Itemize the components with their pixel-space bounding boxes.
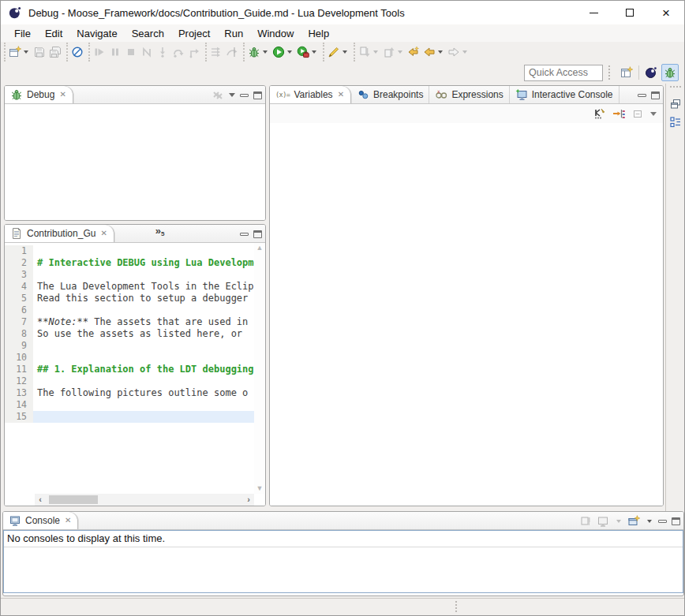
scrollbar-thumb[interactable] <box>49 495 98 504</box>
mark-occurrences-button[interactable] <box>326 44 350 60</box>
display-selected-console-dropdown-icon[interactable] <box>616 520 621 523</box>
menu-window[interactable]: Window <box>250 26 301 41</box>
editor-line-6[interactable]: 6 <box>5 304 254 316</box>
menu-navigate[interactable]: Navigate <box>69 26 124 41</box>
scroll-up-icon[interactable]: ▲ <box>256 245 264 252</box>
step-into-selection-button[interactable] <box>224 44 240 60</box>
tab-close-icon[interactable]: ✕ <box>337 90 345 99</box>
menu-file[interactable]: File <box>7 26 38 41</box>
external-tools-dropdown-icon[interactable] <box>312 50 316 54</box>
editor-line-2[interactable]: 2# Interactive DEBUG using Lua Developme… <box>5 257 254 269</box>
resume-button[interactable] <box>92 44 107 60</box>
editor-line-4[interactable]: 4The Lua Development Tools in the Eclips… <box>5 281 254 293</box>
console-minimize-button[interactable] <box>658 520 667 523</box>
run-button[interactable] <box>271 44 295 60</box>
menu-search[interactable]: Search <box>125 26 171 41</box>
forward-dropdown-icon[interactable] <box>462 50 467 54</box>
tab-debug[interactable]: Debug ✕ <box>5 86 73 103</box>
menu-run[interactable]: Run <box>217 26 250 41</box>
next-annotation-button[interactable] <box>357 44 381 60</box>
editor-minimize-button[interactable] <box>240 233 249 236</box>
editor-line-8[interactable]: 8So use the assets as listed here, or <box>5 328 254 340</box>
step-return-button[interactable] <box>186 44 202 60</box>
variables-minimize-button[interactable] <box>638 94 646 97</box>
trim-drag-handle[interactable] <box>670 86 681 88</box>
outline-view-button[interactable] <box>669 116 682 129</box>
minimize-window-button[interactable] <box>575 1 612 24</box>
tab-expressions[interactable]: xExpressions <box>429 86 509 103</box>
editor-line-9[interactable]: 9 <box>5 340 254 352</box>
scroll-right-icon[interactable]: › <box>243 495 254 504</box>
maximize-window-button[interactable] <box>612 1 648 24</box>
editor-line-15[interactable]: 15 <box>5 411 254 423</box>
previous-annotation-dropdown-icon[interactable] <box>398 50 402 54</box>
editor-line-12[interactable]: 12 <box>5 375 254 387</box>
remove-all-terminated-icon[interactable] <box>211 89 224 102</box>
save-button[interactable] <box>32 44 47 60</box>
tab-editor-contribution-guide[interactable]: Contribution_Gu ✕ <box>5 225 114 242</box>
use-step-filters-button[interactable] <box>208 44 224 60</box>
show-logical-structure-icon[interactable] <box>593 107 606 120</box>
display-selected-console-icon[interactable] <box>597 515 609 528</box>
menu-project[interactable]: Project <box>171 26 217 41</box>
lua-perspective-button[interactable] <box>642 64 660 81</box>
variables-maximize-button[interactable] <box>651 91 660 99</box>
previous-annotation-button[interactable] <box>381 44 406 60</box>
editor-line-14[interactable]: 14 <box>5 399 254 411</box>
debug-dropdown-icon[interactable] <box>263 50 268 54</box>
back-button[interactable] <box>421 44 446 60</box>
scroll-left-icon[interactable]: ‹ <box>35 495 46 504</box>
editor-line-5[interactable]: 5Read this section to setup a debugger <box>5 293 254 304</box>
debug-maximize-button[interactable] <box>253 91 262 99</box>
run-dropdown-icon[interactable] <box>287 50 292 54</box>
open-console-dropdown-icon[interactable] <box>647 520 652 523</box>
tab-console[interactable]: Console ✕ <box>3 512 78 529</box>
next-annotation-dropdown-icon[interactable] <box>373 50 378 54</box>
mark-occurrences-dropdown-icon[interactable] <box>342 50 347 54</box>
pin-console-icon[interactable] <box>579 515 592 528</box>
editor-line-13[interactable]: 13The following pictures outline some o <box>5 387 254 399</box>
back-dropdown-icon[interactable] <box>438 50 443 54</box>
console-maximize-button[interactable] <box>672 517 680 525</box>
scroll-down-icon[interactable]: ▼ <box>256 485 264 492</box>
external-tools-button[interactable] <box>295 44 320 60</box>
editor-line-10[interactable]: 10 <box>5 352 254 364</box>
editor-vertical-scrollbar[interactable]: ▲ ▼ <box>254 243 265 494</box>
editor-content[interactable]: 12# Interactive DEBUG using Lua Developm… <box>5 243 265 506</box>
skip-all-breakpoints-button[interactable] <box>69 44 85 60</box>
debug-perspective-button[interactable] <box>661 64 679 81</box>
last-edit-location-button[interactable] <box>406 44 421 60</box>
tab-breakpoints[interactable]: Breakpoints <box>351 86 429 103</box>
open-perspective-button[interactable] <box>618 64 635 81</box>
editor-line-7[interactable]: 7**Note:** The assets that are used in <box>5 316 254 328</box>
tab-variables[interactable]: (x)=Variables✕ <box>270 86 351 103</box>
menu-edit[interactable]: Edit <box>38 26 69 41</box>
new-wizard-dropdown-icon[interactable] <box>24 50 28 54</box>
variables-view-menu-icon[interactable] <box>650 112 657 116</box>
debug-button[interactable] <box>246 44 271 60</box>
editor-line-3[interactable]: 3 <box>5 269 254 281</box>
menu-help[interactable]: Help <box>301 26 336 41</box>
console-tab-close-icon[interactable]: ✕ <box>64 516 72 525</box>
new-wizard-button[interactable] <box>7 44 32 60</box>
link-with-debug-icon[interactable] <box>612 107 625 120</box>
collapse-all-icon[interactable] <box>631 107 644 120</box>
editor-line-1[interactable]: 1 <box>5 245 254 257</box>
editor-horizontal-scrollbar[interactable]: ‹ › <box>35 494 254 506</box>
restore-views-button[interactable] <box>669 97 682 110</box>
terminate-button[interactable] <box>123 44 139 60</box>
close-window-button[interactable]: × <box>648 1 684 24</box>
step-over-button[interactable] <box>170 44 186 60</box>
editor-line-11[interactable]: 11## 1. Explanation of the LDT debugging <box>5 364 254 375</box>
suspend-button[interactable] <box>107 44 123 60</box>
step-into-button[interactable] <box>155 44 170 60</box>
tab-interactive-console[interactable]: Interactive Console <box>510 86 619 103</box>
debug-minimize-button[interactable] <box>240 94 249 97</box>
editor-tab-close-icon[interactable]: ✕ <box>99 229 107 238</box>
disconnect-button[interactable] <box>139 44 155 60</box>
debug-view-menu-icon[interactable] <box>229 93 235 97</box>
save-all-button[interactable] <box>47 44 63 60</box>
tab-debug-close-icon[interactable]: ✕ <box>58 90 66 99</box>
open-console-icon[interactable] <box>627 515 640 528</box>
forward-button[interactable] <box>446 44 470 60</box>
